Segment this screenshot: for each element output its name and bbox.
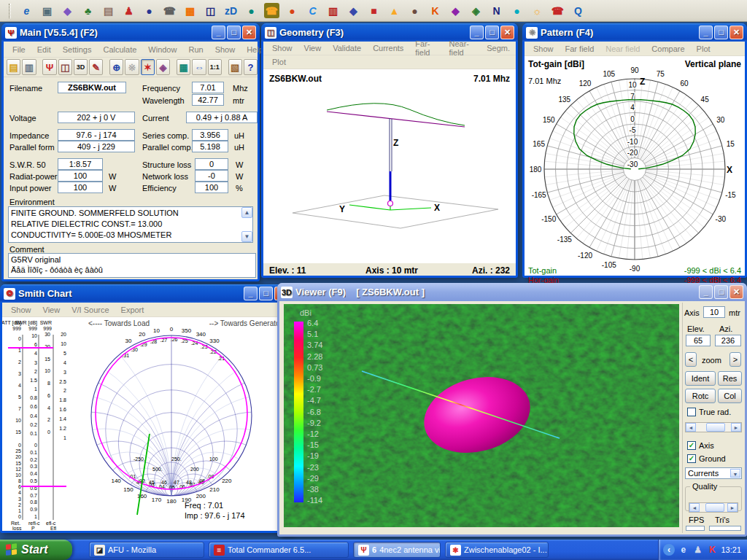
toolbar-button-14[interactable]: ? xyxy=(244,59,258,75)
field-parallel-comp-value[interactable]: 5.198 xyxy=(192,141,228,152)
menu-item-compare[interactable]: Compare xyxy=(646,43,690,55)
toolbar-button-4[interactable]: 3D xyxy=(74,59,88,75)
quicklaunch-icon[interactable]: ● xyxy=(244,3,259,18)
quicklaunch-icon[interactable]: K xyxy=(427,3,443,18)
col-button[interactable]: Col xyxy=(718,389,742,403)
field-voltage-value[interactable]: 202 + j 0 V xyxy=(58,112,135,123)
toolbar-button-10[interactable]: ▦ xyxy=(177,59,190,75)
start-button[interactable]: Start xyxy=(0,540,72,560)
field-impedance-value[interactable]: 97.6 - j 174 xyxy=(58,129,135,141)
close-button[interactable]: ✕ xyxy=(729,285,743,299)
toolbar-button-1[interactable]: ▥ xyxy=(22,59,36,75)
scroll-down-button[interactable]: ▼ xyxy=(241,231,252,242)
close-button[interactable]: ✕ xyxy=(729,26,743,39)
toolbar-button-7[interactable]: ※ xyxy=(125,59,139,75)
toolbar-button-12[interactable]: 1:1 xyxy=(208,59,222,75)
quicklaunch-icon[interactable]: e xyxy=(19,3,34,18)
menu-item-segm-[interactable]: Segm. xyxy=(481,42,516,54)
comment-box[interactable]: G5RV originalÄåä Ìîðîç - ôóáòà èç âàòû xyxy=(8,253,256,278)
maximize-button[interactable]: □ xyxy=(714,26,728,39)
menu-item-show[interactable]: Show xyxy=(527,43,560,55)
toolbar-button-13[interactable]: ▧ xyxy=(228,59,242,75)
slider-thumb[interactable] xyxy=(706,423,725,432)
menu-item-plot[interactable]: Plot xyxy=(266,56,292,68)
quicklaunch-icon[interactable]: ● xyxy=(407,3,422,18)
quicklaunch-icon[interactable]: zD xyxy=(223,3,239,18)
slider-track[interactable] xyxy=(696,423,731,432)
quicklaunch-icon[interactable]: ▤ xyxy=(101,3,116,18)
quicklaunch-icon[interactable]: ● xyxy=(142,3,157,18)
quality-slider[interactable]: ◄► xyxy=(689,502,738,513)
toolbar-button-8[interactable]: ✶ xyxy=(141,59,155,75)
toolbar-button-9[interactable]: ◈ xyxy=(156,59,170,75)
field-series-value[interactable]: 3.956 xyxy=(192,129,228,141)
field-current-value[interactable]: 0.49 + j 0.88 A xyxy=(186,112,258,123)
quicklaunch-icon[interactable]: ◆ xyxy=(346,3,361,18)
axis-checkbox[interactable]: ✓Axis xyxy=(687,441,714,450)
ident-button[interactable]: Ident xyxy=(685,371,716,386)
menu-item-show[interactable]: Show xyxy=(266,42,298,54)
field-radiat-value[interactable]: 100 xyxy=(58,170,103,182)
res-button[interactable]: Res xyxy=(718,371,742,386)
field-efficiency-value[interactable]: 100 xyxy=(195,182,228,193)
menu-item-show[interactable]: Show xyxy=(209,44,241,55)
field-parallel-form-value[interactable]: 409 - j 229 xyxy=(58,141,135,152)
maximize-button[interactable]: □ xyxy=(259,287,273,300)
menu-item-v-i-source[interactable]: V/I Source xyxy=(66,304,115,316)
maximize-button[interactable]: □ xyxy=(485,26,499,39)
rotc-button[interactable]: Rotc xyxy=(685,389,716,403)
true-rad-checkbox[interactable]: True rad. xyxy=(687,408,731,416)
minimize-button[interactable]: _ xyxy=(699,26,713,39)
slider-left-arrow[interactable]: ◄ xyxy=(686,423,696,432)
maximize-button[interactable]: □ xyxy=(227,26,241,39)
quicklaunch-icon[interactable]: N xyxy=(489,3,504,18)
quicklaunch-icon[interactable]: ◆ xyxy=(60,3,75,18)
minimize-button[interactable]: _ xyxy=(699,285,713,299)
menu-item-currents[interactable]: Currents xyxy=(367,42,409,54)
zoom-out-button[interactable]: < xyxy=(685,352,697,367)
radius-slider[interactable]: ◄► xyxy=(685,422,742,432)
menu-item-validate[interactable]: Validate xyxy=(327,42,367,54)
toolbar-button-5[interactable]: ✎ xyxy=(89,59,103,75)
menu-item-show[interactable]: Show xyxy=(5,304,37,316)
menu-item-file[interactable]: File xyxy=(7,44,31,55)
quicklaunch-icon[interactable]: ☼ xyxy=(530,3,545,18)
quicklaunch-icon[interactable]: ▥ xyxy=(325,3,341,18)
toolbar-grip[interactable] xyxy=(9,4,11,18)
quicklaunch-icon[interactable]: ◫ xyxy=(203,3,218,18)
field-network-value[interactable]: -0 xyxy=(195,170,228,182)
taskbar-task-zwischenablage02-i-[interactable]: ✱Zwischenablage02 - I... xyxy=(445,542,549,558)
quicklaunch-icon[interactable]: ▲ xyxy=(387,3,402,18)
tray-icon[interactable]: K xyxy=(707,544,719,556)
quicklaunch-icon[interactable]: ◈ xyxy=(468,3,484,18)
quicklaunch-icon[interactable]: ☎ xyxy=(550,3,565,18)
quicklaunch-icon[interactable]: ◆ xyxy=(448,3,463,18)
menu-item-settings[interactable]: Settings xyxy=(57,44,98,55)
field-structure-value[interactable]: 0 xyxy=(195,158,228,170)
menu-item-view[interactable]: View xyxy=(298,42,328,54)
menu-item-near-field[interactable]: Near field xyxy=(600,43,646,55)
field-frequency-value[interactable]: 7.01 xyxy=(192,82,224,93)
toolbar-button-6[interactable]: ⊕ xyxy=(109,59,123,75)
menu-item-export[interactable]: Export xyxy=(115,304,150,316)
dropdown-arrow-icon[interactable]: ▼ xyxy=(730,469,740,478)
quicklaunch-icon[interactable]: ▣ xyxy=(39,3,55,18)
slider-thumb[interactable] xyxy=(705,503,724,512)
slider-right-arrow[interactable]: ► xyxy=(731,423,741,432)
quicklaunch-icon[interactable]: C xyxy=(305,3,320,18)
close-button[interactable]: ✕ xyxy=(500,26,514,39)
titlebar-3d-viewer[interactable]: 3D Viewer (F9) [ ZS6BKW.out ] _ □ ✕ xyxy=(277,283,747,301)
quicklaunch-icon[interactable]: ♣ xyxy=(80,3,96,18)
minimize-button[interactable]: _ xyxy=(212,26,225,39)
toolbar-button-2[interactable]: Ψ xyxy=(42,59,56,75)
quicklaunch-icon[interactable]: ☎ xyxy=(162,3,177,18)
taskbar-task-total-commander-6-5-[interactable]: ≡Total Commander 6.5... xyxy=(209,542,349,558)
quicklaunch-icon[interactable]: ☎ xyxy=(264,3,279,18)
menu-item-far-field[interactable]: Far field xyxy=(560,43,600,55)
quicklaunch-icon[interactable]: ■ xyxy=(366,3,382,18)
menu-item-edit[interactable]: Edit xyxy=(31,44,57,55)
menu-item-window[interactable]: Window xyxy=(142,44,182,55)
tray-icon[interactable]: ‹ xyxy=(663,544,675,556)
toolbar-button-0[interactable]: ▤ xyxy=(7,59,20,75)
quicklaunch-icon[interactable]: ♟ xyxy=(121,3,136,18)
